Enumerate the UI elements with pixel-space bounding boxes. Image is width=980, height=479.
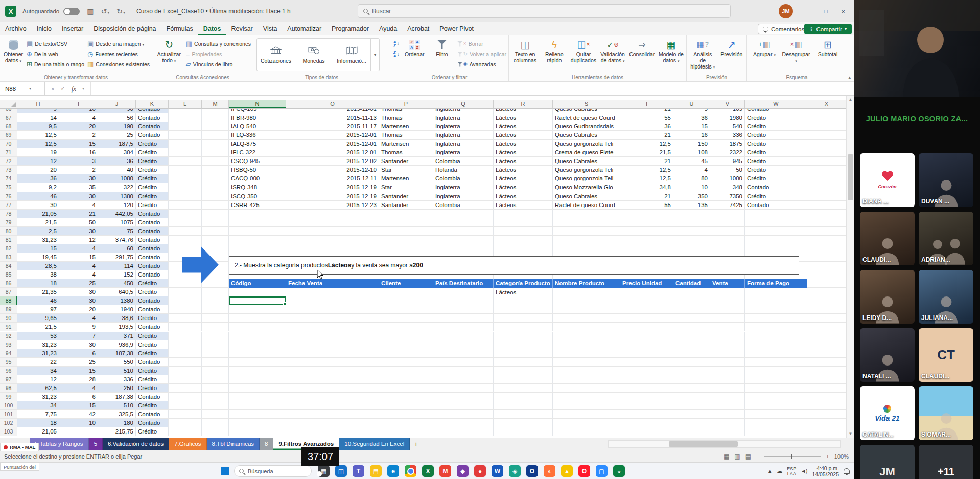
grid-cell[interactable] xyxy=(202,288,229,296)
grid-cell[interactable] xyxy=(494,323,553,331)
grid-cell[interactable]: 10 xyxy=(59,109,98,113)
grid-cell[interactable] xyxy=(807,288,846,296)
grid-cell[interactable]: Contado xyxy=(136,358,169,366)
grid-cell[interactable] xyxy=(807,218,846,226)
grid-cell[interactable]: IFLC-322 xyxy=(229,148,286,156)
menu-tab-power-pivot[interactable]: Power Pivot xyxy=(434,22,479,35)
grid-cell[interactable] xyxy=(169,131,202,139)
grid-cell[interactable]: 1075 xyxy=(98,218,136,226)
grid-cell[interactable] xyxy=(710,210,745,218)
grid-cell[interactable]: 5 xyxy=(673,109,710,113)
table-header-fecha-venta[interactable]: Fecha Venta xyxy=(286,279,379,288)
grid-cell[interactable] xyxy=(673,427,710,436)
column-header-J[interactable]: J xyxy=(98,100,136,109)
vertical-scrollbar[interactable]: ▲ ▼ xyxy=(846,96,854,438)
grid-cell[interactable] xyxy=(169,401,202,409)
grid-cell[interactable] xyxy=(286,210,379,218)
grid-cell[interactable]: 36 xyxy=(673,113,710,122)
grid-cell[interactable] xyxy=(553,288,620,296)
grid-cell[interactable] xyxy=(379,305,433,313)
grid-cell[interactable] xyxy=(433,210,494,218)
grid-cell[interactable]: 21,05 xyxy=(17,427,59,436)
grid-cell[interactable] xyxy=(553,375,620,383)
grid-cell[interactable] xyxy=(202,419,229,427)
grid-cell[interactable]: Holanda xyxy=(433,166,494,174)
grid-cell[interactable]: 187,38 xyxy=(98,393,136,401)
name-box[interactable]: N88▾ xyxy=(0,82,45,95)
grid-cell[interactable] xyxy=(202,140,229,148)
grid-cell[interactable] xyxy=(286,349,379,357)
grid-cell[interactable]: 34 xyxy=(17,367,59,375)
grid-cell[interactable] xyxy=(286,384,379,392)
grid-cell[interactable] xyxy=(673,296,710,305)
grid-cell[interactable] xyxy=(229,236,286,244)
grid-cell[interactable] xyxy=(286,375,379,383)
grid-cell[interactable]: 21,5 xyxy=(17,218,59,226)
grid-cell[interactable] xyxy=(745,210,807,218)
grid-cell[interactable]: Queso Cabrales xyxy=(553,109,620,113)
grid-cell[interactable]: 336 xyxy=(710,131,745,139)
grid-cell[interactable]: Lácteos xyxy=(494,201,553,209)
grid-cell[interactable] xyxy=(169,113,202,122)
grid-cell[interactable]: Colombia xyxy=(433,201,494,209)
grid-cell[interactable] xyxy=(433,305,494,313)
grid-cell[interactable] xyxy=(745,288,807,296)
grid-cell[interactable]: 55 xyxy=(620,113,673,122)
grid-cell[interactable]: 12,5 xyxy=(620,166,673,174)
grid-cell[interactable]: Crema de queso Fløte xyxy=(553,148,620,156)
grid-cell[interactable] xyxy=(379,244,433,253)
grid-cell[interactable] xyxy=(494,410,553,418)
grid-cell[interactable] xyxy=(553,401,620,409)
grid-cell[interactable]: 30 xyxy=(59,227,98,235)
grid-cell[interactable] xyxy=(745,227,807,235)
grid-cell[interactable] xyxy=(433,314,494,322)
grid-cell[interactable]: 16 xyxy=(673,131,710,139)
grid-cell[interactable]: 25 xyxy=(59,358,98,366)
grid-cell[interactable]: Crédito xyxy=(136,140,169,148)
grid-cell[interactable] xyxy=(202,122,229,130)
grid-cell[interactable] xyxy=(286,288,379,296)
grid-cell[interactable] xyxy=(807,210,846,218)
grid-cell[interactable] xyxy=(169,375,202,383)
ribbon-button-cotizaciones[interactable]: Cotizaciones xyxy=(257,39,295,71)
grid-cell[interactable]: Inglaterra xyxy=(433,148,494,156)
grid-cell[interactable]: 20 xyxy=(59,122,98,130)
grid-cell[interactable]: Queso Gudbrandsdals xyxy=(553,122,620,130)
grid-cell[interactable]: 12,5 xyxy=(620,140,673,148)
grid-cell[interactable] xyxy=(433,401,494,409)
grid-cell[interactable]: Crédito xyxy=(136,314,169,322)
row-header-94[interactable]: 94 xyxy=(0,349,17,357)
grid-cell[interactable] xyxy=(169,419,202,427)
grid-cell[interactable]: 21,5 xyxy=(620,148,673,156)
grid-cell[interactable]: 4 xyxy=(673,166,710,174)
grid-cell[interactable] xyxy=(673,305,710,313)
grid-cell[interactable] xyxy=(710,236,745,244)
grid-cell[interactable]: 14 xyxy=(17,113,59,122)
grid-cell[interactable] xyxy=(673,323,710,331)
ribbon-button-previsi-n[interactable]: ↗Previsión xyxy=(719,37,745,69)
normal-view-icon[interactable]: ▦ xyxy=(724,453,729,460)
grid-cell[interactable] xyxy=(745,296,807,305)
grid-cell[interactable] xyxy=(807,340,846,349)
grid-cell[interactable]: Contado xyxy=(136,227,169,235)
grid-cell[interactable]: Crédito xyxy=(136,157,169,165)
grid-cell[interactable] xyxy=(807,140,846,148)
grid-cell[interactable] xyxy=(553,314,620,322)
grid-cell[interactable] xyxy=(379,393,433,401)
grid-cell[interactable] xyxy=(169,140,202,148)
grid-cell[interactable] xyxy=(169,183,202,191)
grid-cell[interactable] xyxy=(169,427,202,436)
grid-cell[interactable]: Crédito xyxy=(136,349,169,357)
grid-cell[interactable]: Queso Cabrales xyxy=(553,192,620,200)
column-header-Q[interactable]: Q xyxy=(433,100,494,109)
grid-cell[interactable]: 12 xyxy=(59,236,98,244)
grid-cell[interactable] xyxy=(229,410,286,418)
sheet-tab-7-graficos[interactable]: 7.Graficos xyxy=(169,438,206,450)
grid-cell[interactable]: 9 xyxy=(59,323,98,331)
grid-cell[interactable] xyxy=(620,236,673,244)
grid-cell[interactable]: Queso gorgonzola Teli xyxy=(553,174,620,183)
grid-cell[interactable]: 322 xyxy=(98,183,136,191)
row-header-86[interactable]: 86 xyxy=(0,279,17,287)
grid-cell[interactable] xyxy=(745,419,807,427)
grid-cell[interactable] xyxy=(710,384,745,392)
